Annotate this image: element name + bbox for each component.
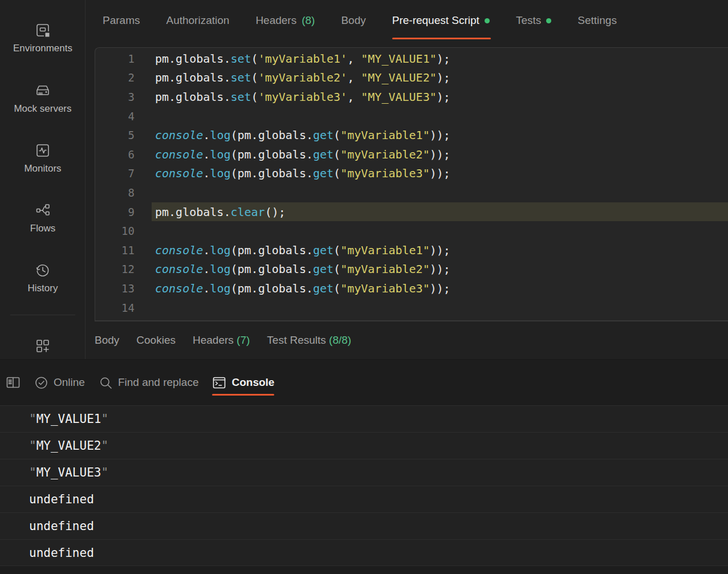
code-line[interactable]: 11console.log(pm.globals.get("myVariable… xyxy=(95,241,728,260)
quote-mark: " xyxy=(101,439,108,453)
find-and-replace-label: Find and replace xyxy=(118,376,199,389)
gutter-gap xyxy=(135,145,152,164)
sidebar-item-history[interactable]: History xyxy=(0,262,86,294)
sidebar-item-mock-servers[interactable]: Mock servers xyxy=(0,82,86,115)
gutter-gap xyxy=(135,107,152,126)
sidebar-configure-button[interactable] xyxy=(0,337,86,357)
code-line[interactable]: 12console.log(pm.globals.get("myVariable… xyxy=(95,260,728,279)
tab-body[interactable]: Body xyxy=(341,0,365,41)
code-line[interactable]: 10 xyxy=(95,221,728,241)
sidebar: Environments Mock servers Monitors xyxy=(0,0,86,359)
sidebar-item-monitors[interactable]: Monitors xyxy=(0,142,86,174)
response-tab-cookies[interactable]: Cookies xyxy=(136,334,176,347)
line-number: 5 xyxy=(95,129,135,141)
tab-label: Cookies xyxy=(136,334,176,346)
response-tab-test-results[interactable]: Test Results (8/8) xyxy=(267,334,351,347)
find-and-replace-button[interactable]: Find and replace xyxy=(99,360,199,405)
code-line[interactable]: 5console.log(pm.globals.get("myVariable1… xyxy=(95,125,728,145)
line-number: 6 xyxy=(95,148,135,161)
log-value: MY_VALUE3 xyxy=(36,466,101,479)
console-label: Console xyxy=(231,376,274,389)
mock-servers-icon xyxy=(34,82,51,99)
code-lines: 1pm.globals.set('myVariable1', "MY_VALUE… xyxy=(95,49,728,317)
sidebar-item-label: History xyxy=(0,283,86,294)
tab-authorization[interactable]: Authorization xyxy=(166,0,229,41)
log-value: MY_VALUE2 xyxy=(36,439,101,453)
search-icon xyxy=(99,376,113,390)
console-log-row[interactable]: undefined xyxy=(0,539,728,566)
sidebar-item-flows[interactable]: Flows xyxy=(0,202,86,234)
response-headers-count-badge: (7) xyxy=(237,334,250,346)
sidebar-divider xyxy=(10,315,75,315)
code-line[interactable]: 6console.log(pm.globals.get("myVariable2… xyxy=(95,145,728,164)
code-text: console.log(pm.globals.get("myVariable1"… xyxy=(152,241,728,260)
code-line[interactable]: 1pm.globals.set('myVariable1', "MY_VALUE… xyxy=(95,49,728,68)
console-tab[interactable]: Console xyxy=(212,360,274,405)
console-log-row[interactable]: "MY_VALUE3" xyxy=(0,459,728,486)
response-tab-body[interactable]: Body xyxy=(95,334,119,347)
green-dot-indicator xyxy=(546,18,551,23)
console-log-row[interactable]: "MY_VALUE1" xyxy=(0,405,728,432)
console-log-row[interactable]: undefined xyxy=(0,486,728,512)
code-text xyxy=(152,183,728,202)
request-workspace: Environments Mock servers Monitors xyxy=(0,0,728,359)
code-text: console.log(pm.globals.get("myVariable1"… xyxy=(152,125,728,145)
line-number: 4 xyxy=(95,110,135,123)
sidebar-item-label: Environments xyxy=(0,43,86,54)
tab-label: Authorization xyxy=(166,14,229,27)
gutter-gap xyxy=(135,125,152,145)
sidebar-item-environments[interactable]: Environments xyxy=(0,22,86,54)
console-log-row[interactable]: "MY_VALUE2" xyxy=(0,432,728,459)
response-tab-headers[interactable]: Headers (7) xyxy=(193,334,250,347)
quote-mark: " xyxy=(101,412,108,426)
request-tabs: Params Authorization Headers (8) Body Pr… xyxy=(86,0,728,41)
line-number: 3 xyxy=(95,91,135,103)
test-results-count-badge: (8/8) xyxy=(329,334,351,346)
line-number: 12 xyxy=(95,263,135,275)
tab-label: Pre-request Script xyxy=(392,14,479,27)
code-line[interactable]: 9pm.globals.clear(); xyxy=(95,202,728,222)
panel-toggle-icon xyxy=(6,375,21,390)
gutter-gap xyxy=(135,260,152,279)
console-panel: Online Find and replace Console "MY_VALU… xyxy=(0,359,728,574)
code-text xyxy=(152,107,728,126)
console-log-row[interactable]: undefined xyxy=(0,512,728,539)
tab-label: Headers xyxy=(193,334,234,346)
script-editor[interactable]: 1pm.globals.set('myVariable1', "MY_VALUE… xyxy=(95,47,728,321)
code-line[interactable]: 8 xyxy=(95,183,728,202)
code-line[interactable]: 3pm.globals.set('myVariable3', "MY_VALUE… xyxy=(95,87,728,107)
response-tabs: Body Cookies Headers (7) Test Results (8… xyxy=(95,321,728,359)
gutter-gap xyxy=(135,87,152,107)
sidebar-item-label: Flows xyxy=(0,223,86,234)
tab-label: Params xyxy=(103,14,140,27)
gutter-gap xyxy=(135,298,152,317)
line-number: 9 xyxy=(95,206,135,218)
code-text: pm.globals.clear(); xyxy=(152,202,728,222)
code-line[interactable]: 4 xyxy=(95,107,728,126)
tab-settings[interactable]: Settings xyxy=(577,0,617,41)
online-status[interactable]: Online xyxy=(34,360,85,405)
gutter-gap xyxy=(135,279,152,298)
console-terminal-icon xyxy=(212,376,226,390)
tab-headers[interactable]: Headers (8) xyxy=(255,0,315,41)
history-icon xyxy=(34,262,51,279)
sidebar-toggle-button[interactable] xyxy=(6,375,21,390)
tab-label: Test Results xyxy=(267,334,326,346)
code-line[interactable]: 14 xyxy=(95,298,728,317)
tab-tests[interactable]: Tests xyxy=(516,0,551,41)
online-check-icon xyxy=(34,376,48,390)
tab-pre-request-script[interactable]: Pre-request Script xyxy=(392,0,490,41)
code-text: console.log(pm.globals.get("myVariable2"… xyxy=(152,145,728,164)
code-text: console.log(pm.globals.get("myVariable3"… xyxy=(152,164,728,184)
gutter-gap xyxy=(135,49,152,68)
gutter-gap xyxy=(135,68,152,88)
gutter-gap xyxy=(135,241,152,260)
tab-params[interactable]: Params xyxy=(103,0,140,41)
code-line[interactable]: 13console.log(pm.globals.get("myVariable… xyxy=(95,279,728,298)
code-text: console.log(pm.globals.get("myVariable3"… xyxy=(152,279,728,298)
code-line[interactable]: 7console.log(pm.globals.get("myVariable3… xyxy=(95,164,728,184)
code-line[interactable]: 2pm.globals.set('myVariable2', "MY_VALUE… xyxy=(95,68,728,88)
tab-label: Tests xyxy=(516,14,541,27)
line-number: 8 xyxy=(95,186,135,199)
code-text: console.log(pm.globals.get("myVariable2"… xyxy=(152,260,728,279)
